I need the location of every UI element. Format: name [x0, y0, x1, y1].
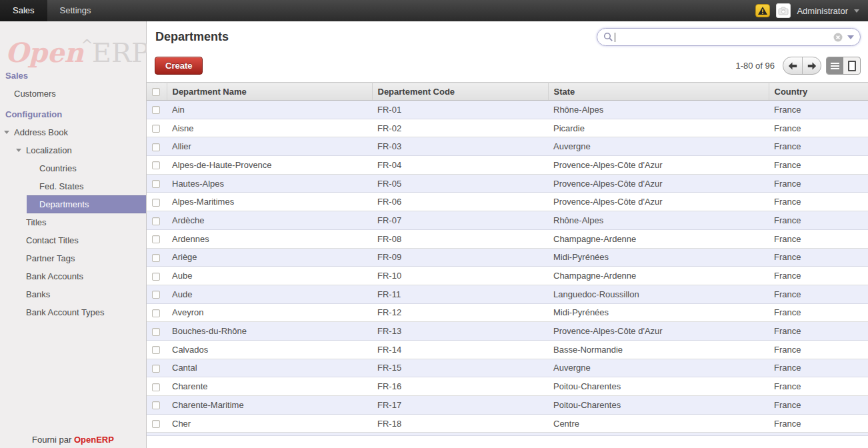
sidebar-item-label: Customers — [14, 89, 56, 99]
search-options-caret-icon[interactable] — [843, 35, 854, 39]
openerp-footer-link[interactable]: OpenERP — [74, 435, 114, 445]
search-input[interactable] — [618, 32, 833, 42]
row-checkbox[interactable] — [152, 309, 160, 317]
clear-search-icon[interactable] — [833, 33, 843, 42]
table-row[interactable]: Alpes-MaritimesFR-06Provence-Alpes-Côte … — [147, 193, 868, 211]
sidebar-item-address-book[interactable]: Address Book — [0, 123, 146, 141]
sidebar-item-titles[interactable]: Titles — [0, 213, 146, 231]
table-cell: Ain — [167, 101, 372, 119]
sidebar-nav: SalesCustomersConfigurationAddress BookL… — [0, 67, 146, 321]
warning-icon[interactable] — [755, 4, 770, 17]
sidebar-item-partner-tags[interactable]: Partner Tags — [0, 249, 146, 267]
row-checkbox[interactable] — [152, 235, 160, 243]
table-row[interactable]: Alpes-de-Haute-ProvenceFR-04Provence-Alp… — [147, 156, 868, 175]
form-view-button[interactable] — [843, 57, 860, 74]
table-cell: FR-11 — [372, 285, 548, 303]
row-checkbox[interactable] — [152, 365, 160, 373]
sidebar-item-label: Fed. States — [39, 181, 83, 191]
table-row[interactable]: AveyronFR-12Midi-PyrénéesFrance — [147, 303, 868, 322]
row-checkbox[interactable] — [152, 161, 160, 169]
table-row[interactable]: AriègeFR-09Midi-PyrénéesFrance — [147, 248, 868, 267]
column-header-state[interactable]: State — [548, 83, 769, 101]
user-menu[interactable]: Administrator — [797, 6, 848, 16]
sidebar-item-localization[interactable]: Localization — [0, 141, 146, 159]
column-header-department-name[interactable]: Department Name — [167, 83, 372, 101]
caret-down-icon[interactable] — [16, 149, 21, 152]
table-row[interactable]: AubeFR-10Champagne-ArdenneFrance — [147, 267, 868, 285]
topbar-menus: SalesSettings — [0, 0, 104, 21]
table-cell: France — [769, 340, 868, 359]
table-row[interactable]: CantalFR-15AuvergneFrance — [147, 359, 868, 377]
table-cell: FR-18 — [372, 414, 548, 433]
row-checkbox[interactable] — [152, 143, 160, 151]
row-checkbox[interactable] — [152, 254, 160, 262]
table-cell: Poitou-Charentes — [548, 396, 769, 415]
table-cell: Bouches-du-Rhône — [167, 322, 372, 341]
table-cell: Ariège — [167, 248, 372, 267]
table-row[interactable]: Charente-MaritimeFR-17Poitou-CharentesFr… — [147, 396, 868, 415]
menu-sales[interactable]: Sales — [0, 0, 47, 21]
table-row[interactable]: Hautes-AlpesFR-05Provence-Alpes-Côte d'A… — [147, 174, 868, 193]
row-checkbox[interactable] — [152, 420, 160, 428]
list-view-button[interactable] — [827, 57, 843, 74]
table-cell: FR-04 — [372, 156, 548, 175]
row-checkbox[interactable] — [152, 199, 160, 207]
table-row[interactable]: AudeFR-11Languedoc-RoussillonFrance — [147, 285, 868, 303]
table-cell: Provence-Alpes-Côte d'Azur — [548, 322, 769, 341]
sidebar-item-countries[interactable]: Countries — [0, 159, 146, 177]
previous-page-button[interactable] — [783, 57, 802, 74]
page-title: Departments — [155, 30, 229, 44]
sidebar-item-fed-states[interactable]: Fed. States — [0, 177, 146, 195]
select-all-checkbox[interactable] — [152, 88, 160, 96]
sidebar-item-contact-titles[interactable]: Contact Titles — [0, 231, 146, 249]
search-bar[interactable] — [597, 28, 861, 46]
sidebar-item-customers[interactable]: Customers — [0, 85, 146, 103]
table-cell: FR-15 — [372, 359, 548, 377]
table-cell: Rhône-Alpes — [548, 101, 769, 119]
row-checkbox[interactable] — [152, 217, 160, 225]
table-cell: FR-16 — [372, 377, 548, 396]
table-cell: Poitou-Charentes — [548, 377, 769, 396]
row-checkbox[interactable] — [152, 180, 160, 188]
row-checkbox[interactable] — [152, 383, 160, 391]
caret-down-icon[interactable] — [4, 131, 9, 134]
create-button[interactable]: Create — [155, 57, 203, 75]
table-cell: Aube — [167, 267, 372, 285]
table-cell: Midi-Pyrénées — [548, 303, 769, 322]
avatar[interactable] — [776, 3, 791, 18]
table-row[interactable]: CherFR-18CentreFrance — [147, 414, 868, 433]
table-row[interactable]: CharenteFR-16Poitou-CharentesFrance — [147, 377, 868, 396]
table-cell: France — [769, 377, 868, 396]
next-page-button[interactable] — [802, 57, 821, 74]
table-row[interactable]: AllierFR-03AuvergneFrance — [147, 137, 868, 156]
row-checkbox[interactable] — [152, 291, 160, 299]
row-checkbox[interactable] — [152, 106, 160, 114]
topbar-right: Administrator — [755, 0, 868, 21]
table-cell: Charente-Maritime — [167, 396, 372, 415]
table-row[interactable]: ArdennesFR-08Champagne-ArdenneFrance — [147, 229, 868, 248]
row-checkbox[interactable] — [152, 328, 160, 336]
table-row[interactable]: CalvadosFR-14Basse-NormandieFrance — [147, 340, 868, 359]
table-row[interactable]: AinFR-01Rhône-AlpesFrance — [147, 101, 868, 119]
table-row[interactable]: Bouches-du-RhôneFR-13Provence-Alpes-Côte… — [147, 322, 868, 341]
table-cell: Allier — [167, 137, 372, 156]
arrow-left-icon — [788, 62, 797, 70]
user-caret-icon[interactable] — [854, 9, 859, 13]
row-checkbox[interactable] — [152, 401, 160, 409]
menu-settings[interactable]: Settings — [47, 0, 104, 21]
table-cell: France — [769, 359, 868, 377]
sidebar-item-departments[interactable]: Departments — [27, 195, 146, 213]
sidebar-item-banks[interactable]: Banks — [0, 285, 146, 303]
row-checkbox[interactable] — [152, 346, 160, 354]
sidebar-item-bank-account-types[interactable]: Bank Account Types — [0, 303, 146, 321]
column-header-departement-code[interactable]: Departement Code — [372, 83, 548, 101]
select-all-header — [147, 83, 167, 101]
table-row[interactable]: AisneFR-02PicardieFrance — [147, 119, 868, 137]
column-header-country[interactable]: Country — [769, 83, 868, 101]
table-cell: FR-06 — [372, 193, 548, 211]
sidebar-item-bank-accounts[interactable]: Bank Accounts — [0, 267, 146, 285]
table-cell: France — [769, 229, 868, 248]
row-checkbox[interactable] — [152, 273, 160, 281]
table-row[interactable]: ArdècheFR-07Rhône-AlpesFrance — [147, 211, 868, 230]
row-checkbox[interactable] — [152, 125, 160, 133]
